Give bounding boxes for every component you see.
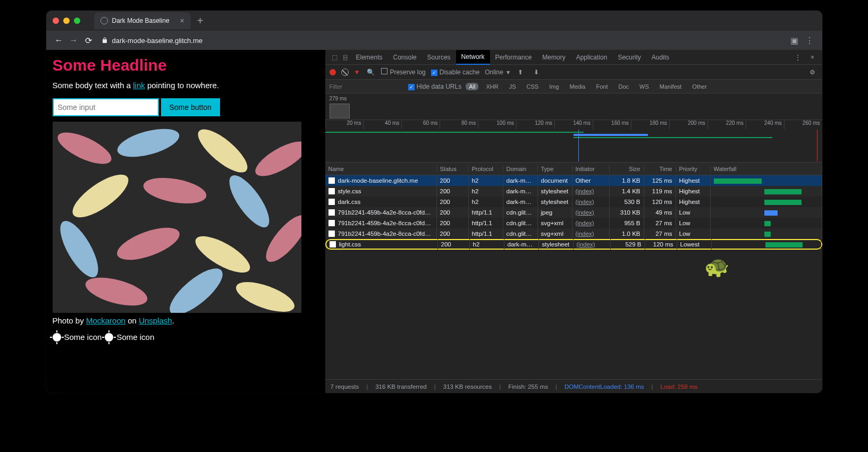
network-row[interactable]: dark.css200h2dark-mo…stylesheet(index)53… (325, 197, 822, 207)
filter-type-manifest[interactable]: Manifest (656, 83, 685, 90)
col-name[interactable]: Name (325, 166, 437, 172)
device-icon[interactable]: ⌸ (340, 54, 351, 61)
network-row[interactable]: 791b2241-459b-4a2e-8cca-c0fdc2…200http/1… (325, 218, 822, 228)
upload-icon[interactable]: ⬆ (515, 69, 526, 76)
clear-button[interactable] (341, 69, 349, 76)
sb-transferred: 316 KB transferred (375, 383, 427, 390)
col-size[interactable]: Size (610, 166, 644, 172)
browser-tab[interactable]: Dark Mode Baseline × (94, 12, 191, 29)
new-tab-button[interactable]: + (197, 15, 204, 27)
network-options: ▼ 🔍 Preserve log ✓Disable cache Online▾ … (325, 65, 822, 80)
filter-input[interactable] (330, 83, 404, 90)
timeline[interactable]: 20 ms40 ms60 ms80 ms100 ms120 ms140 ms16… (325, 120, 822, 163)
devtools-tab-network[interactable]: Network (456, 50, 490, 65)
devtools-tab-sources[interactable]: Sources (422, 50, 456, 65)
lock-icon (102, 37, 108, 44)
network-rows: 🐢 dark-mode-baseline.glitch.me200h2dark-… (325, 175, 822, 379)
url-text: dark-mode-baseline.glitch.me (112, 37, 203, 45)
titlebar: Dark Mode Baseline × + (46, 11, 822, 31)
sb-resources: 313 KB resources (443, 383, 492, 390)
col-type[interactable]: Type (538, 166, 572, 172)
network-row[interactable]: style.css200h2dark-mo…stylesheet(index)1… (325, 186, 822, 197)
filter-bar: ✓Hide data URLs AllXHRJSCSSImgMediaFontD… (325, 80, 822, 93)
icon-label: Some icon (116, 332, 154, 342)
address-bar[interactable]: dark-mode-baseline.glitch.me (102, 37, 787, 45)
overview-time: 279 ms (330, 96, 347, 101)
overview-strip[interactable]: 279 ms (325, 93, 822, 120)
minimize-icon[interactable] (63, 18, 70, 24)
devtools-tab-memory[interactable]: Memory (537, 50, 570, 65)
back-button[interactable]: ← (52, 36, 66, 45)
download-icon[interactable]: ⬇ (531, 69, 542, 76)
overview-thumbnail (330, 104, 350, 118)
profile-icon[interactable]: ▣ (787, 36, 802, 46)
network-row[interactable]: light.css200h2dark-mo…stylesheet(index)5… (325, 239, 822, 250)
devtools-tab-elements[interactable]: Elements (351, 50, 388, 65)
devtools-menu-icon[interactable]: ⋮ (793, 54, 803, 61)
forward-button[interactable]: → (66, 36, 81, 45)
col-time[interactable]: Time (644, 166, 676, 172)
filter-type-font[interactable]: Font (593, 83, 611, 90)
filter-type-other[interactable]: Other (689, 83, 710, 90)
devtools-panel: ⬚ ⌸ ElementsConsoleSourcesNetworkPerform… (325, 50, 822, 393)
photo-caption: Photo by Mockaroon on Unsplash. (53, 316, 319, 325)
close-icon[interactable] (53, 18, 59, 24)
filter-type-all[interactable]: All (466, 83, 478, 90)
sb-load: Load: 258 ms (661, 383, 698, 390)
col-status[interactable]: Status (437, 166, 469, 172)
globe-icon (100, 17, 108, 24)
demo-image (53, 122, 301, 313)
col-domain[interactable]: Domain (503, 166, 538, 172)
tab-title: Dark Mode Baseline (112, 17, 170, 24)
status-bar: 7 requests| 316 KB transferred| 313 KB r… (325, 379, 822, 393)
record-button[interactable] (330, 69, 336, 75)
menu-icon[interactable]: ⋮ (802, 36, 817, 46)
devtools-tabs: ⬚ ⌸ ElementsConsoleSourcesNetworkPerform… (325, 50, 822, 65)
search-icon[interactable]: 🔍 (365, 69, 376, 76)
close-tab-icon[interactable]: × (180, 16, 184, 25)
devtools-tab-application[interactable]: Application (571, 50, 613, 65)
network-header: Name Status Protocol Domain Type Initiat… (325, 163, 822, 175)
devtools-close-icon[interactable]: × (807, 54, 818, 61)
sb-requests: 7 requests (331, 383, 359, 390)
filter-type-img[interactable]: Img (546, 83, 562, 90)
filter-toggle-icon[interactable]: ▼ (354, 69, 360, 76)
col-initiator[interactable]: Initiator (572, 166, 610, 172)
caption-link-site[interactable]: Unsplash (139, 316, 172, 325)
reload-button[interactable]: ⟳ (81, 36, 96, 46)
lightbulb-icon (53, 333, 61, 342)
disable-cache[interactable]: ✓Disable cache (431, 69, 479, 76)
devtools-tab-audits[interactable]: Audits (646, 50, 675, 65)
icon-label: Some icon (64, 332, 102, 342)
filter-type-xhr[interactable]: XHR (483, 83, 501, 90)
network-row[interactable]: 791b2241-459b-4a2e-8cca-c0fdc2…200http/1… (325, 207, 822, 218)
network-row[interactable]: 791b2241-459b-4a2e-8cca-c0fdc2…200http/1… (325, 228, 822, 239)
lightbulb-icon (105, 333, 113, 342)
body-link[interactable]: link (133, 81, 145, 90)
filter-type-css[interactable]: CSS (524, 83, 542, 90)
filter-type-js[interactable]: JS (506, 83, 519, 90)
devtools-tab-security[interactable]: Security (612, 50, 646, 65)
demo-input[interactable] (53, 98, 159, 116)
hide-urls[interactable]: ✓Hide data URLs (408, 83, 462, 90)
page-headline: Some Headline (53, 56, 319, 74)
page-viewport: Some Headline Some body text with a link… (46, 50, 325, 393)
devtools-tab-performance[interactable]: Performance (490, 50, 537, 65)
col-priority[interactable]: Priority (676, 166, 711, 172)
gear-icon[interactable]: ⚙ (807, 69, 818, 76)
filter-type-ws[interactable]: WS (636, 83, 652, 90)
devtools-tab-console[interactable]: Console (388, 50, 422, 65)
col-protocol[interactable]: Protocol (469, 166, 503, 172)
filter-type-media[interactable]: Media (567, 83, 589, 90)
inspect-icon[interactable]: ⬚ (330, 54, 340, 61)
maximize-icon[interactable] (74, 18, 80, 24)
content-area: Some Headline Some body text with a link… (46, 50, 822, 393)
network-row[interactable]: dark-mode-baseline.glitch.me200h2dark-mo… (325, 175, 822, 186)
browser-window: Dark Mode Baseline × + ← → ⟳ dark-mode-b… (46, 11, 822, 393)
col-waterfall[interactable]: Waterfall (711, 166, 822, 172)
caption-link-author[interactable]: Mockaroon (86, 316, 125, 325)
filter-type-doc[interactable]: Doc (615, 83, 632, 90)
throttle-select[interactable]: Online▾ (485, 69, 510, 76)
demo-button[interactable]: Some button (161, 98, 220, 116)
preserve-log[interactable]: Preserve log (381, 68, 425, 76)
